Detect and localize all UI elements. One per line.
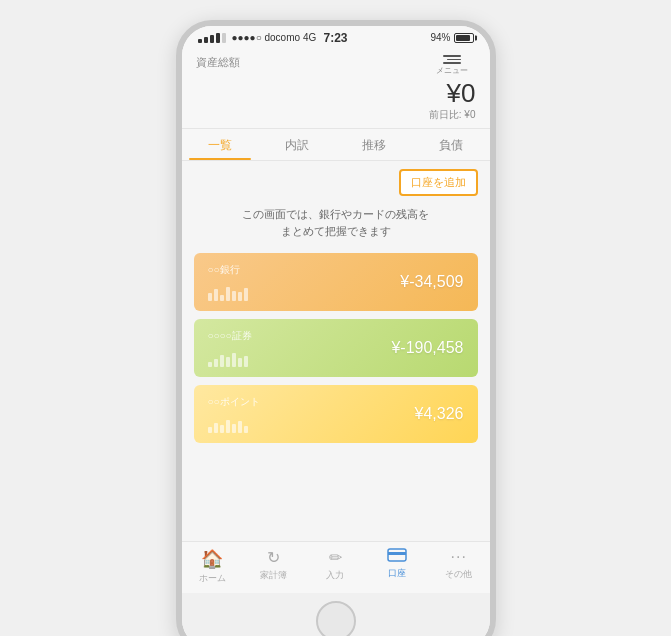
bar — [232, 291, 236, 301]
bar — [244, 356, 248, 367]
header-left: 資産総額 — [196, 55, 240, 70]
bar — [238, 358, 242, 367]
more-icon: ··· — [451, 548, 467, 566]
bank-card-amount: ¥-34,509 — [400, 273, 463, 291]
securities-card[interactable]: ○○○○証券 ¥-190,458 — [194, 319, 478, 377]
tab-bar: 一覧 内訳 推移 負債 — [182, 129, 490, 161]
signal-dot-3 — [210, 35, 214, 43]
status-right: 94% — [430, 32, 473, 43]
asset-label: 資産総額 — [196, 55, 240, 70]
bank-card-left: ○○銀行 — [208, 263, 248, 301]
bank-card-name: ○○銀行 — [208, 263, 248, 277]
point-card-name: ○○ポイント — [208, 395, 260, 409]
header-right: メニュー ¥0 前日比: ¥0 — [429, 55, 476, 122]
menu-icon-area[interactable]: メニュー — [429, 55, 476, 76]
securities-card-name: ○○○○証券 — [208, 329, 252, 343]
battery-icon — [454, 33, 474, 43]
nav-account-label: 口座 — [388, 567, 406, 580]
nav-ledger[interactable]: ↻ 家計簿 — [243, 548, 305, 585]
bar — [220, 355, 224, 367]
bar — [226, 287, 230, 301]
menu-line-2 — [447, 59, 461, 61]
ledger-icon: ↻ — [267, 548, 280, 567]
bar — [226, 357, 230, 367]
add-account-btn-row: 口座を追加 — [182, 161, 490, 200]
signal-dot-1 — [198, 39, 202, 43]
menu-line-3 — [443, 62, 461, 64]
nav-other[interactable]: ··· その他 — [428, 548, 490, 585]
status-left: ●●●●○ docomo 4G — [198, 32, 317, 43]
securities-card-left: ○○○○証券 — [208, 329, 252, 367]
signal-dot-5 — [222, 33, 226, 43]
menu-label: メニュー — [436, 65, 468, 76]
nav-home-label: ホーム — [199, 572, 226, 585]
tab-breakdown[interactable]: 内訳 — [259, 129, 336, 160]
point-card-left: ○○ポイント — [208, 395, 260, 433]
account-icon — [387, 548, 407, 565]
pencil-icon: ✏ — [329, 548, 342, 567]
phone-frame: ●●●●○ docomo 4G 7:23 94% 資産総額 — [176, 20, 496, 636]
page-wrapper: ●●●●○ docomo 4G 7:23 94% 資産総額 — [0, 20, 671, 636]
signal-dot-4 — [216, 33, 220, 43]
nav-account[interactable]: 口座 — [366, 548, 428, 585]
bar — [208, 362, 212, 367]
tab-debt[interactable]: 負債 — [413, 129, 490, 160]
signal-dot-2 — [204, 37, 208, 43]
home-button[interactable] — [316, 601, 356, 637]
app-header: 資産総額 メニュー ¥0 前日比: ¥0 — [182, 47, 490, 129]
bank-card-chart — [208, 281, 248, 301]
add-account-button[interactable]: 口座を追加 — [399, 169, 478, 196]
status-bar: ●●●●○ docomo 4G 7:23 94% — [182, 26, 490, 47]
bar — [208, 293, 212, 301]
home-icon: 🏠 — [201, 548, 223, 570]
nav-input-label: 入力 — [326, 569, 344, 582]
bar — [220, 295, 224, 301]
point-card-amount: ¥4,326 — [415, 405, 464, 423]
bar — [208, 427, 212, 433]
tab-transition[interactable]: 推移 — [336, 129, 413, 160]
bar — [244, 288, 248, 301]
bar — [214, 423, 218, 433]
account-cards: ○○銀行 ¥-34,509 — [182, 253, 490, 443]
network-label: 4G — [303, 32, 316, 43]
bar — [220, 425, 224, 433]
point-card-chart — [208, 413, 260, 433]
bar — [244, 426, 248, 433]
securities-card-chart — [208, 347, 252, 367]
menu-lines — [443, 55, 461, 64]
nav-ledger-label: 家計簿 — [260, 569, 287, 582]
bar — [214, 359, 218, 367]
bar — [232, 353, 236, 367]
signal-dots — [198, 33, 226, 43]
point-card[interactable]: ○○ポイント ¥4,326 — [194, 385, 478, 443]
menu-line-1 — [443, 55, 461, 57]
main-content: 口座を追加 この画面では、銀行やカードの残高をまとめて把握できます ○○銀行 — [182, 161, 490, 541]
battery-percent: 94% — [430, 32, 450, 43]
home-button-area — [182, 593, 490, 637]
description-text: この画面では、銀行やカードの残高をまとめて把握できます — [182, 206, 490, 241]
nav-input[interactable]: ✏ 入力 — [305, 548, 367, 585]
carrier-label: ●●●●○ docomo — [232, 32, 301, 43]
bottom-nav: 🏠 ホーム ↻ 家計簿 ✏ 入力 口座 · — [182, 541, 490, 593]
bar — [238, 421, 242, 433]
tab-list[interactable]: 一覧 — [182, 129, 259, 160]
asset-amount: ¥0 — [429, 80, 476, 106]
svg-rect-1 — [388, 552, 406, 555]
bar — [214, 289, 218, 301]
bank-card[interactable]: ○○銀行 ¥-34,509 — [194, 253, 478, 311]
nav-other-label: その他 — [445, 568, 472, 581]
bar — [238, 292, 242, 301]
securities-card-amount: ¥-190,458 — [391, 339, 463, 357]
bar — [232, 424, 236, 433]
asset-change: 前日比: ¥0 — [429, 108, 476, 122]
bar — [226, 420, 230, 433]
battery-fill — [456, 35, 470, 41]
nav-home[interactable]: 🏠 ホーム — [182, 548, 244, 585]
status-time: 7:23 — [323, 31, 347, 45]
